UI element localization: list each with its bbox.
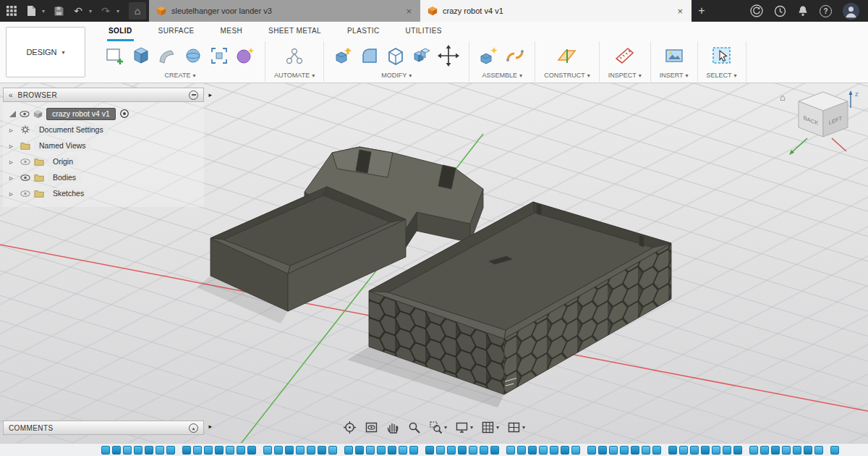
zoom-icon[interactable]	[407, 421, 421, 434]
display-settings-icon[interactable]: ▾	[455, 421, 473, 434]
timeline-feature-icon[interactable]	[571, 446, 580, 455]
timeline-feature-icon[interactable]	[101, 446, 110, 455]
browser-panel-header[interactable]: « BROWSER	[3, 88, 204, 102]
tab-solid[interactable]: SOLID	[107, 22, 134, 41]
group-label-construct[interactable]: CONSTRUCT ▾	[544, 72, 590, 79]
sync-status-icon[interactable]	[750, 4, 763, 17]
timeline-feature-icon[interactable]	[344, 446, 353, 455]
help-icon[interactable]: ?	[820, 5, 832, 17]
browser-row-bodies[interactable]: ▹ Bodies	[3, 169, 204, 185]
timeline-feature-icon[interactable]	[237, 446, 245, 455]
browser-item-label[interactable]: Sketches	[48, 188, 89, 199]
dropdown-caret-icon[interactable]: ▾	[522, 424, 525, 431]
dropdown-caret-icon[interactable]: ▾	[470, 424, 473, 431]
timeline-feature-icon[interactable]	[609, 446, 618, 455]
file-menu-caret-icon[interactable]: ▾	[42, 8, 48, 14]
move-copy-icon[interactable]	[437, 44, 460, 67]
automate-icon[interactable]	[283, 45, 306, 67]
activate-component-radio-icon[interactable]	[119, 109, 129, 119]
timeline-feature-icon[interactable]	[598, 446, 607, 455]
timeline-feature-icon[interactable]	[490, 446, 499, 455]
timeline-feature-icon[interactable]	[377, 446, 386, 455]
timeline-feature-icon[interactable]	[318, 446, 326, 455]
timeline-feature-icon[interactable]	[436, 446, 445, 455]
timeline-feature-icon[interactable]	[701, 446, 710, 455]
timeline-feature-icon[interactable]	[539, 446, 548, 455]
construct-plane-icon[interactable]	[556, 45, 578, 67]
timeline-feature-icon[interactable]	[690, 446, 699, 455]
timeline-feature-icon[interactable]	[193, 446, 202, 455]
workspace-switcher[interactable]: DESIGN ▾	[6, 27, 85, 77]
timeline-feature-icon[interactable]	[723, 446, 731, 455]
undo-caret-icon[interactable]: ▾	[89, 8, 95, 14]
group-label-assemble[interactable]: ASSEMBLE ▾	[482, 72, 522, 79]
timeline-feature-icon[interactable]	[366, 446, 375, 455]
timeline-feature-icon[interactable]	[480, 446, 488, 455]
timeline-feature-icon[interactable]	[182, 446, 191, 455]
home-view-icon[interactable]: ⌂	[129, 2, 146, 20]
tab-plastic[interactable]: PLASTIC	[346, 22, 380, 41]
user-avatar[interactable]	[843, 3, 859, 20]
dropdown-caret-icon[interactable]: ▾	[496, 424, 499, 431]
timeline-feature-icon[interactable]	[123, 446, 132, 455]
combine-icon[interactable]	[411, 45, 433, 67]
timeline-feature-icon[interactable]	[447, 446, 456, 455]
visibility-eye-icon[interactable]	[20, 159, 30, 165]
tab-utilities[interactable]: UTILITIES	[404, 22, 443, 41]
panel-resize-handle-icon[interactable]: ▸	[208, 423, 212, 430]
timeline-feature-icon[interactable]	[166, 446, 175, 455]
browser-row-sketches[interactable]: ▹ Sketches	[3, 185, 204, 201]
measure-icon[interactable]	[614, 45, 636, 67]
timeline-feature-icon[interactable]	[793, 446, 801, 455]
fillet-icon[interactable]	[359, 45, 380, 67]
view-cube[interactable]: BACK LEFT	[799, 92, 848, 137]
browser-row-document-settings[interactable]: ▹ Document Settings	[3, 122, 204, 138]
extrude-icon[interactable]	[130, 45, 152, 67]
browser-root-label[interactable]: crazy robot v4 v1	[46, 108, 116, 120]
document-tab-active[interactable]: crazy robot v4 v1 ×	[420, 0, 692, 22]
new-component-icon[interactable]	[478, 45, 500, 67]
shell-icon[interactable]	[385, 45, 407, 67]
expand-caret-icon[interactable]: ▹	[9, 174, 17, 182]
timeline-feature-icon[interactable]	[712, 446, 720, 455]
timeline-feature-icon[interactable]	[156, 446, 164, 455]
timeline-feature-icon[interactable]	[550, 446, 558, 455]
redo-caret-icon[interactable]: ▾	[116, 8, 122, 14]
grid-snaps-icon[interactable]: ▾	[481, 421, 499, 434]
orbit-icon[interactable]	[343, 421, 357, 434]
tab-mesh[interactable]: MESH	[219, 22, 244, 41]
visibility-eye-icon[interactable]	[20, 174, 30, 181]
history-clock-icon[interactable]	[774, 5, 786, 17]
timeline-feature-icon[interactable]	[296, 446, 305, 455]
browser-row-origin[interactable]: ▹ Origin	[3, 153, 204, 169]
timeline-feature-icon[interactable]	[112, 446, 121, 455]
group-label-inspect[interactable]: INSPECT ▾	[608, 72, 642, 79]
visibility-eye-icon[interactable]	[20, 190, 30, 197]
data-panel-grid-icon[interactable]	[3, 2, 20, 20]
browser-item-label[interactable]: Document Settings	[34, 124, 109, 135]
timeline-feature-icon[interactable]	[388, 446, 396, 455]
timeline-feature-icon[interactable]	[760, 446, 769, 455]
browser-item-label[interactable]: Named Views	[34, 140, 91, 151]
panel-collapse-icon[interactable]: «	[9, 91, 13, 99]
look-at-icon[interactable]	[365, 421, 378, 434]
timeline-feature-icon[interactable]	[814, 446, 823, 455]
zoom-window-icon[interactable]: ▾	[429, 421, 447, 434]
group-label-select[interactable]: SELECT ▾	[707, 72, 737, 79]
timeline-feature-icon[interactable]	[830, 446, 839, 455]
timeline-feature-icon[interactable]	[561, 446, 569, 455]
browser-root-row[interactable]: crazy robot v4 v1	[3, 106, 204, 122]
timeline-feature-icon[interactable]	[425, 446, 434, 455]
timeline-feature-icon[interactable]	[733, 446, 742, 455]
undo-icon[interactable]: ↶	[69, 2, 87, 20]
timeline-feature-icon[interactable]	[749, 446, 758, 455]
file-menu-icon[interactable]	[22, 2, 40, 20]
create-form-icon[interactable]	[234, 45, 256, 67]
timeline-feature-icon[interactable]	[285, 446, 294, 455]
timeline-feature-icon[interactable]	[782, 446, 791, 455]
panel-resize-handle-icon[interactable]: ▸	[208, 91, 212, 98]
notifications-bell-icon[interactable]	[797, 5, 809, 17]
timeline-feature-icon[interactable]	[631, 446, 639, 455]
close-tab-icon[interactable]: ×	[676, 6, 684, 17]
save-icon[interactable]	[50, 2, 67, 20]
